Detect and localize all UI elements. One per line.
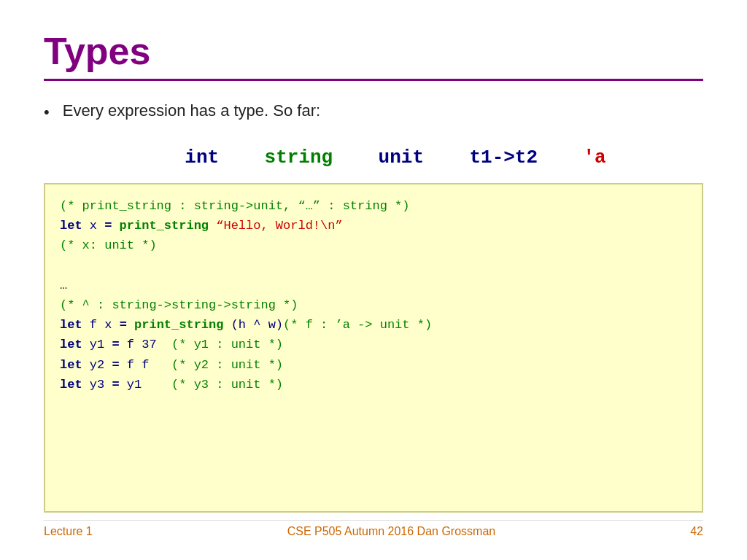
bullet-dot: • <box>44 103 50 122</box>
eq-3: = <box>112 338 119 351</box>
code-line-9: let y2 = f f (* y2 : unit *) <box>60 355 687 375</box>
footer-right: 42 <box>690 525 703 538</box>
type-list: int string unit t1->t2 'a <box>88 147 703 168</box>
str-hello: “Hello, World!\n” <box>209 219 343 233</box>
var-x: x <box>82 219 105 233</box>
kw-let-2: let <box>60 318 82 332</box>
ellipsis: … <box>60 279 67 292</box>
code-line-5: … <box>60 276 687 295</box>
fn-print-string-1: print_string <box>112 219 209 233</box>
comment-1: (* print_string : string->unit, “…” : st… <box>60 199 409 213</box>
y1-ref: y1 <box>120 378 164 392</box>
comment-3: (* ^ : string->string->string *) <box>60 298 298 312</box>
var-y1: y1 <box>82 338 112 351</box>
type-int: int <box>185 147 219 168</box>
kw-let-4: let <box>60 358 82 372</box>
var-y3: y3 <box>82 378 112 392</box>
comment-5: (* y1 : unit *) <box>157 338 283 351</box>
footer-center: CSE P505 Autumn 2016 Dan Grossman <box>287 525 496 538</box>
eq-2: = <box>120 318 127 332</box>
footer-left: Lecture 1 <box>44 525 93 538</box>
slide-title: Types <box>44 29 703 73</box>
var-y2: y2 <box>82 358 112 372</box>
code-line-8: let y1 = f 37 (* y1 : unit *) <box>60 335 687 354</box>
comment-7: (* y3 : unit *) <box>164 378 283 392</box>
eq-5: = <box>112 378 119 392</box>
paren-expr: (h ^ w) <box>223 318 283 332</box>
comment-6: (* y2 : unit *) <box>164 358 283 372</box>
code-line-7: let f x = print_string (h ^ w)(* f : ’a … <box>60 315 687 335</box>
code-line-1: (* print_string : string->unit, “…” : st… <box>60 196 687 216</box>
eq-1: = <box>104 219 112 233</box>
bullet-text: Every expression has a type. So far: <box>63 101 320 120</box>
code-line-6: (* ^ : string->string->string *) <box>60 295 687 315</box>
var-f: f x <box>82 318 120 332</box>
ff: f f <box>120 358 164 372</box>
bullet-section: • Every expression has a type. So far: <box>44 101 703 133</box>
code-box: (* print_string : string->unit, “…” : st… <box>44 183 703 513</box>
type-string: string <box>265 147 333 168</box>
slide: Types • Every expression has a type. So … <box>0 0 747 560</box>
type-arrow: t1->t2 <box>469 147 538 168</box>
f37: f 37 <box>120 338 157 351</box>
code-line-10: let y3 = y1 (* y3 : unit *) <box>60 375 687 394</box>
type-unit: unit <box>379 147 424 168</box>
kw-let-3: let <box>60 338 82 351</box>
kw-let-1: let <box>60 219 82 233</box>
comment-4: (* f : ’a -> unit *) <box>283 318 432 332</box>
code-line-3: (* x: unit *) <box>60 236 687 255</box>
title-divider <box>44 79 703 81</box>
eq-4: = <box>112 358 119 372</box>
code-line-4 <box>60 256 687 276</box>
bullet-item: • Every expression has a type. So far: <box>44 101 703 122</box>
fn-print-string-2: print_string <box>127 318 224 332</box>
code-line-2: let x = print_string “Hello, World!\n” <box>60 216 687 236</box>
comment-2: (* x: unit *) <box>60 238 157 252</box>
kw-let-5: let <box>60 378 82 392</box>
footer: Lecture 1 CSE P505 Autumn 2016 Dan Gross… <box>44 520 703 538</box>
type-a: 'a <box>583 147 605 168</box>
